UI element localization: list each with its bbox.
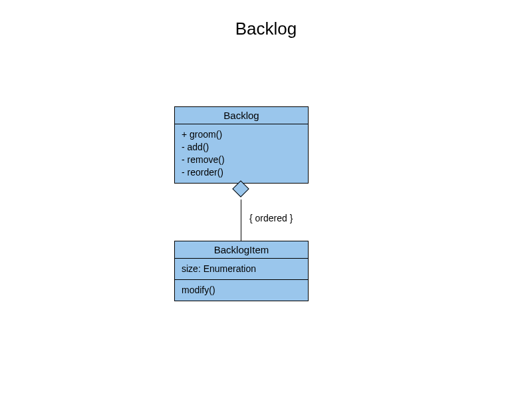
class-backlog-name: Backlog (175, 107, 308, 124)
attribute: size: Enumeration (182, 263, 301, 275)
association-line (241, 200, 241, 241)
class-backlog-operations: + groom() - add() - remove() - reorder() (175, 124, 308, 183)
class-backlogitem-name: BacklogItem (175, 241, 308, 259)
operation: modify() (182, 284, 301, 297)
operation: - add() (182, 141, 301, 154)
association-constraint: { ordered } (249, 213, 293, 223)
class-backlog: Backlog + groom() - add() - remove() - r… (174, 106, 309, 184)
diagram-title: Backlog (0, 19, 532, 39)
operation: - reorder() (182, 166, 301, 179)
class-backlogitem-operations: modify() (175, 280, 308, 301)
class-backlogitem-attributes: size: Enumeration (175, 259, 308, 280)
class-backlogitem: BacklogItem size: Enumeration modify() (174, 241, 309, 301)
operation: + groom() (182, 128, 301, 141)
operation: - remove() (182, 154, 301, 166)
